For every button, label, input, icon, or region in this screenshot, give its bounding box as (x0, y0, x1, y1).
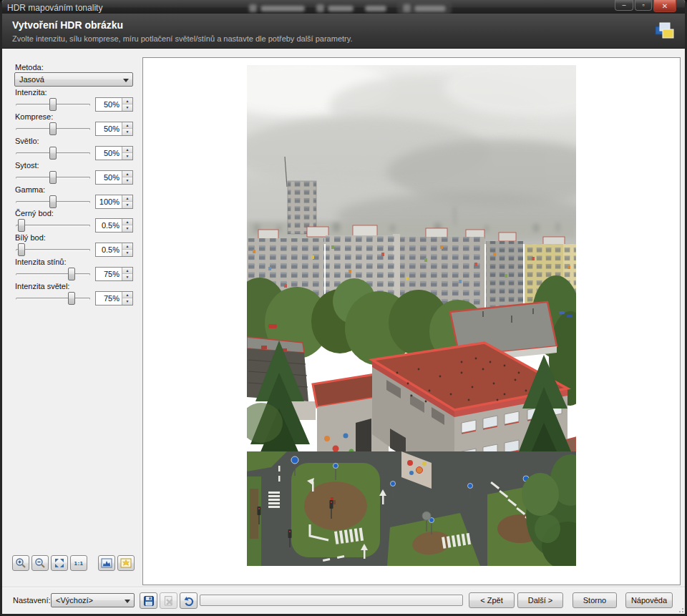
svetlo-slider[interactable] (16, 147, 90, 160)
zoom-in-button[interactable] (12, 555, 29, 571)
intenzita-svetel-slider[interactable] (16, 292, 90, 305)
slider-label: Gamma: (15, 185, 45, 194)
slider-group-cerny-bod: Černý bod: 0.5% ▲ ▼ (14, 209, 133, 233)
spin-up-button[interactable]: ▲ (122, 147, 132, 153)
gamma-slider[interactable] (16, 195, 90, 209)
red-car (268, 324, 277, 328)
settings-value: <Výchozí> (56, 596, 93, 605)
actual-size-icon: 1:1 (74, 560, 83, 567)
blurred-step (365, 3, 386, 14)
slider-label: Černý bod: (15, 209, 54, 217)
spin-up-button[interactable]: ▲ (122, 219, 132, 225)
resize-grip[interactable] (677, 606, 684, 613)
sytost-spinbox[interactable]: 50% ▲ ▼ (95, 170, 133, 185)
svetlo-spinbox[interactable]: 50% ▲ ▼ (95, 146, 133, 160)
slider-thumb[interactable] (49, 147, 57, 160)
fit-to-window-icon (54, 557, 65, 569)
close-icon: ✕ (662, 2, 668, 10)
spin-value: 50% (104, 100, 120, 109)
slider-thumb[interactable] (68, 292, 75, 305)
intenzita-stinu-slider[interactable] (16, 268, 90, 281)
help-button[interactable]: Nápověda (625, 592, 673, 608)
slider-group-intenzita-svetel: Intenzita světel: 75% ▲ ▼ (14, 282, 133, 305)
hdr-preview-photo[interactable] (247, 65, 576, 566)
slider-thumb[interactable] (49, 122, 57, 135)
spin-up-button[interactable]: ▲ (122, 195, 132, 202)
intenzita-slider[interactable] (16, 98, 90, 112)
progress-bar (200, 595, 463, 606)
slider-thumb[interactable] (49, 171, 57, 184)
slider-thumb[interactable] (49, 195, 57, 208)
komprese-spinbox[interactable]: 50% ▲ ▼ (95, 122, 133, 136)
bily-bod-spinbox[interactable]: 0.5% ▲ ▼ (95, 243, 133, 257)
spin-down-button[interactable]: ▼ (122, 177, 132, 184)
settings-combobox[interactable]: <Výchozí> (51, 593, 135, 607)
spin-up-button[interactable]: ▲ (122, 122, 132, 129)
spin-value: 100% (99, 197, 120, 206)
cerny-bod-slider[interactable] (16, 219, 90, 233)
intenzita-spinbox[interactable]: 50% ▲ ▼ (95, 97, 133, 112)
back-button[interactable]: < Zpět (469, 592, 515, 608)
save-preset-button[interactable] (140, 592, 157, 609)
spin-down-button[interactable]: ▼ (122, 153, 132, 160)
sytost-slider[interactable] (16, 171, 90, 185)
slider-thumb[interactable] (18, 219, 25, 232)
actual-size-button[interactable]: 1:1 (70, 555, 87, 571)
minimize-button[interactable]: – (615, 0, 633, 11)
histogram-icon (101, 557, 112, 569)
intenzita-svetel-spinbox[interactable]: 75% ▲ ▼ (95, 291, 133, 305)
spin-up-button[interactable]: ▲ (122, 243, 132, 250)
spin-down-button[interactable]: ▼ (122, 225, 132, 232)
cancel-button[interactable]: Storno (572, 592, 617, 608)
bily-bod-slider[interactable] (16, 243, 90, 257)
preview-panel (142, 57, 681, 585)
slider-group-svetlo: Světlo: 50% ▲ ▼ (14, 137, 133, 160)
spin-up-button[interactable]: ▲ (122, 98, 132, 104)
gamma-spinbox[interactable]: 100% ▲ ▼ (95, 195, 133, 209)
zoom-toolbar: 1:1 (12, 555, 135, 571)
spin-up-button[interactable]: ▲ (122, 292, 132, 298)
slider-thumb[interactable] (49, 98, 57, 111)
spin-down-button[interactable]: ▼ (122, 250, 132, 256)
komprese-slider[interactable] (16, 122, 90, 136)
spin-down-button[interactable]: ▼ (122, 129, 132, 135)
clipping-warning-icon (120, 557, 132, 569)
slider-thumb[interactable] (68, 268, 75, 280)
blurred-step (316, 3, 354, 14)
method-combobox[interactable]: Jasová (14, 72, 133, 87)
next-button[interactable]: Další > (517, 592, 563, 608)
histogram-button[interactable] (98, 555, 115, 571)
minimize-icon: – (622, 1, 625, 9)
spin-down-button[interactable]: ▼ (122, 274, 132, 280)
slider-label: Intenzita: (15, 88, 47, 97)
spin-down-button[interactable]: ▼ (122, 104, 132, 111)
spin-down-button[interactable]: ▼ (122, 298, 132, 305)
settings-panel: Metoda: Jasová Intenzita: 50% ▲ ▼ (14, 63, 133, 564)
cerny-bod-spinbox[interactable]: 0.5% ▲ ▼ (95, 218, 133, 233)
page-subtitle: Zvolte intenzitu, sílu komprese, míru po… (12, 34, 352, 43)
zoom-out-button[interactable] (31, 555, 49, 571)
undo-button[interactable] (180, 592, 198, 609)
spin-down-button[interactable]: ▼ (122, 202, 132, 208)
delete-preset-button[interactable] (160, 592, 177, 609)
save-icon (143, 595, 155, 607)
slider-thumb[interactable] (18, 243, 25, 256)
close-button[interactable]: ✕ (653, 0, 676, 12)
slider-label: Sytost: (15, 161, 39, 170)
spin-value: 0.5% (102, 245, 120, 254)
delete-icon (163, 595, 175, 607)
spin-up-button[interactable]: ▲ (122, 268, 132, 274)
zoom-in-icon (15, 557, 26, 569)
clipping-warning-button[interactable] (117, 555, 135, 571)
slider-group-sytost: Sytost: 50% ▲ ▼ (14, 161, 133, 185)
hdr-tone-mapping-dialog: HDR mapováním tonality – ▫ ✕ Vytvoření H… (0, 0, 687, 616)
fit-to-window-button[interactable] (51, 555, 68, 571)
slider-group-intenzita-stinu: Intenzita stínů: 75% ▲ ▼ (14, 258, 133, 281)
intenzita-stinu-spinbox[interactable]: 75% ▲ ▼ (95, 267, 133, 281)
slider-track (16, 225, 90, 227)
slider-label: Světlo: (15, 137, 39, 145)
maximize-button[interactable]: ▫ (635, 0, 652, 11)
dialog-content: Metoda: Jasová Intenzita: 50% ▲ ▼ (2, 49, 685, 585)
spin-value: 50% (104, 149, 120, 157)
spin-up-button[interactable]: ▲ (122, 171, 132, 177)
